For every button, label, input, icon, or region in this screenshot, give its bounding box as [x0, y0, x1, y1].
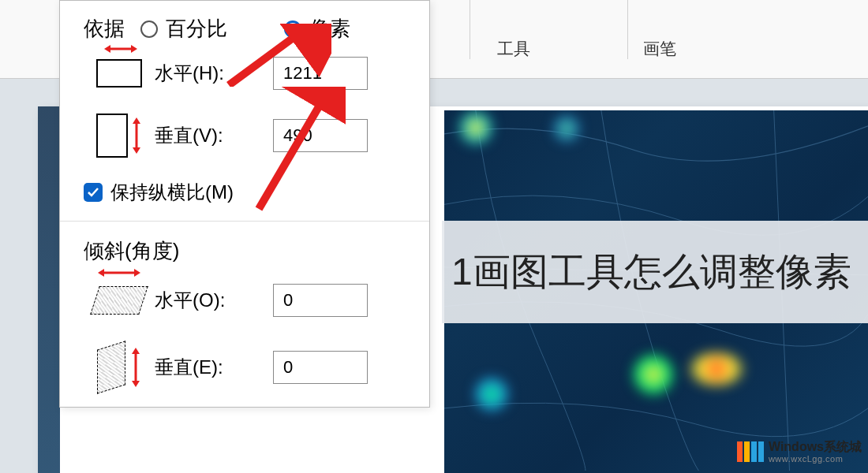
double-arrow-vertical-icon [131, 117, 142, 154]
double-arrow-vertical-icon [130, 348, 141, 387]
skew-vertical-input[interactable] [273, 351, 368, 384]
double-arrow-horizontal-icon [104, 43, 341, 54]
by-label: 依据 [84, 15, 125, 43]
radio-icon [140, 20, 158, 38]
image-overlay-title-bar: 1画图工具怎么调整像素 [442, 221, 868, 323]
radio-percent-label: 百分比 [166, 15, 227, 43]
watermark: Windows系统城 www.wxcLgg.com [731, 437, 868, 467]
radio-pixel-label: 像素 [309, 15, 350, 43]
image-overlay-title: 1画图工具怎么调整像素 [451, 247, 851, 297]
svg-marker-1 [104, 45, 110, 53]
double-arrow-horizontal-icon [98, 267, 140, 278]
vertical-input[interactable] [273, 119, 368, 152]
horizontal-input[interactable] [273, 57, 368, 90]
svg-marker-2 [131, 45, 137, 53]
skew-horizontal-label: 水平(O): [155, 288, 273, 313]
skew-horizontal-icon [95, 286, 144, 315]
panel-divider [60, 221, 429, 222]
ribbon-group-brush: 画笔 [643, 38, 676, 60]
skew-vertical-label: 垂直(E): [155, 355, 273, 380]
svg-marker-8 [134, 269, 140, 277]
radio-icon [284, 20, 301, 38]
maintain-aspect-checkbox[interactable]: 保持纵横比(M) [84, 180, 412, 205]
ribbon-divider [470, 0, 470, 59]
checkbox-checked-icon [84, 183, 103, 202]
svg-marker-10 [132, 348, 140, 354]
watermark-url: www.wxcLgg.com [769, 454, 862, 464]
skew-section-title: 倾斜(角度) [84, 237, 412, 265]
svg-marker-5 [133, 147, 140, 154]
watermark-logo-icon [737, 441, 764, 462]
vertical-v-label: 垂直(V): [155, 123, 273, 148]
svg-marker-4 [133, 117, 140, 124]
maintain-aspect-label: 保持纵横比(M) [110, 180, 234, 205]
ribbon-group-tools: 工具 [497, 38, 530, 60]
skew-vertical-icon [97, 345, 141, 389]
svg-marker-7 [98, 269, 104, 277]
resize-dialog: 依据 百分比 像素 水平(H): [59, 0, 430, 408]
watermark-title: Windows系统城 [769, 440, 862, 454]
radio-percent[interactable]: 百分比 [140, 15, 227, 43]
vertical-rect-icon [96, 114, 142, 158]
image-left-edge [38, 106, 60, 473]
skew-horizontal-input[interactable] [273, 284, 368, 317]
ribbon-divider [627, 0, 628, 59]
svg-marker-11 [132, 381, 140, 387]
horizontal-rect-icon [96, 59, 142, 88]
horizontal-h-label: 水平(H): [155, 61, 273, 86]
radio-pixel[interactable]: 像素 [284, 15, 350, 43]
